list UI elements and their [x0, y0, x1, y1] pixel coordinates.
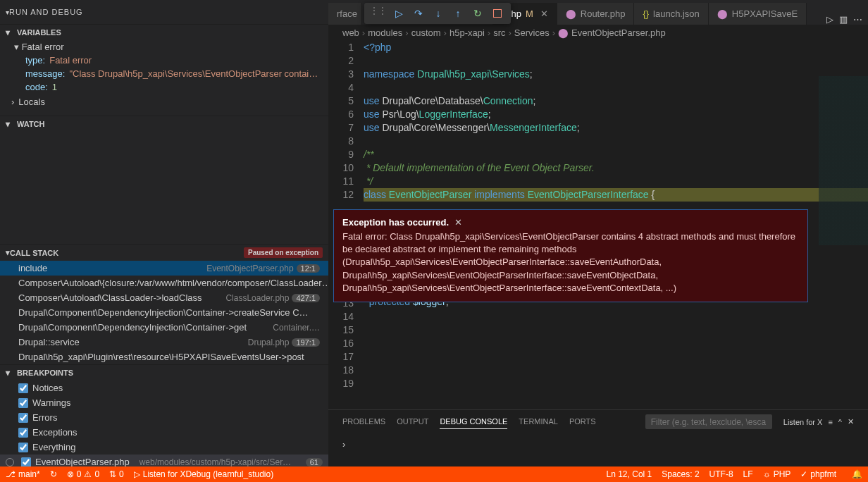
paused-badge: Paused on exception: [244, 247, 323, 258]
breakpoint-row[interactable]: Errors: [0, 410, 328, 425]
callstack-frame[interactable]: Composer\Autoload\{closure:/var/www/html…: [0, 276, 328, 290]
exception-title: Exception has occurred. ✕: [342, 217, 799, 228]
debug-session-label[interactable]: Listen for X: [783, 418, 823, 426]
breakpoint-row[interactable]: Notices: [0, 381, 328, 395]
variable-scope[interactable]: ›Locals: [0, 94, 328, 110]
breakpoint-checkbox[interactable]: [18, 443, 28, 452]
panel-tab-debug-console[interactable]: DEBUG CONSOLE: [440, 414, 507, 429]
more-icon[interactable]: ⋯: [853, 14, 862, 25]
callstack-frame[interactable]: Drupal\Component\DependencyInjection\Con…: [0, 305, 328, 320]
callstack-frame[interactable]: Drupal\h5p_xapi\Plugin\rest\resource\H5P…: [0, 350, 328, 364]
php-icon: ⬤: [566, 8, 576, 19]
editor-tab[interactable]: ⬤H5PXAPISaveE: [709, 3, 807, 25]
editor-tab[interactable]: rface: [328, 3, 362, 25]
watch-section[interactable]: ▾ WATCH: [0, 116, 328, 132]
exception-body: Fatal error: Class Drupal\h5p_xapi\Servi…: [342, 230, 799, 295]
chevron-down-icon: ▾: [6, 119, 14, 129]
panel-tab-terminal[interactable]: TERMINAL: [519, 414, 558, 429]
callstack-frame[interactable]: Drupal\Component\DependencyInjection\Con…: [0, 320, 328, 335]
exception-popup: Exception has occurred. ✕ Fatal error: C…: [333, 209, 808, 302]
split-icon[interactable]: ▥: [839, 14, 848, 25]
debug-status[interactable]: ▷ Listen for XDebug (learnful_studio): [134, 469, 273, 479]
bottom-panel: PROBLEMS OUTPUT DEBUG CONSOLE TERMINAL P…: [328, 409, 868, 469]
panel-tab-output[interactable]: OUTPUT: [397, 414, 428, 429]
errors-count[interactable]: ⊗ 0 ⚠ 0: [67, 469, 99, 479]
breadcrumb[interactable]: web› modules› custom› h5p-xapi› src› Ser…: [328, 25, 868, 41]
chevron-down-icon: ▾: [6, 27, 14, 37]
json-icon: {}: [643, 8, 649, 19]
formatter[interactable]: ✓ phpfmt: [800, 469, 836, 479]
breakpoint-row[interactable]: Warnings: [0, 395, 328, 410]
collapse-icon[interactable]: ^: [838, 418, 842, 426]
close-icon[interactable]: ✕: [454, 217, 462, 228]
step-over-button[interactable]: ↷: [411, 6, 426, 21]
breakpoint-checkbox[interactable]: [18, 413, 28, 423]
debug-sidebar: ▾ VARIABLES ▾ Fatal error type: Fatal er…: [0, 25, 328, 469]
variables-section[interactable]: ▾ VARIABLES: [0, 25, 328, 40]
variable-row[interactable]: type: Fatal error: [25, 54, 328, 67]
modified-indicator: M: [526, 8, 533, 19]
chevron-down-icon: ▾: [6, 368, 14, 378]
breakpoints-section[interactable]: ▾ BREAKPOINTS: [0, 365, 328, 381]
filter-input[interactable]: [645, 414, 772, 429]
variable-row[interactable]: code: 1: [25, 80, 328, 94]
language-mode[interactable]: ☼ PHP: [763, 469, 791, 479]
callstack-frame[interactable]: Composer\Autoload\ClassLoader->loadClass…: [0, 290, 328, 305]
port-forward[interactable]: ⇅ 0: [109, 469, 124, 479]
callstack-frame[interactable]: includeEventObjectParser.php12:1: [0, 261, 328, 276]
debug-console-chevron[interactable]: ›: [328, 433, 868, 455]
variable-scope[interactable]: ▾ Fatal error: [14, 40, 328, 54]
debug-toolbar[interactable]: ⋮⋮ ▷ ↷ ↓ ↑ ↻: [364, 3, 511, 24]
breakpoint-circle-icon: [6, 458, 14, 466]
panel-tab-ports[interactable]: PORTS: [569, 414, 596, 429]
bell-icon[interactable]: 🔔: [852, 469, 862, 479]
breakpoint-checkbox[interactable]: [21, 457, 31, 467]
callstack-section[interactable]: ▾ CALL STACK Paused on exception: [0, 245, 328, 261]
editor-tab[interactable]: {}launch.json: [634, 3, 708, 25]
minimap[interactable]: [819, 76, 868, 245]
play-icon[interactable]: ▷: [826, 14, 833, 25]
encoding[interactable]: UTF-8: [709, 469, 733, 479]
step-into-button[interactable]: ↓: [430, 6, 446, 21]
statusbar: ⎇ main* ↻ ⊗ 0 ⚠ 0 ⇅ 0 ▷ Listen for XDebu…: [0, 466, 868, 482]
editor-tab[interactable]: ⬤Router.php: [557, 3, 635, 25]
continue-button[interactable]: ▷: [391, 6, 407, 21]
step-out-button[interactable]: ↑: [450, 6, 466, 21]
callstack-frame[interactable]: Drupal::serviceDrupal.php197:1: [0, 335, 328, 350]
breakpoint-checkbox[interactable]: [18, 398, 28, 408]
panel-tab-problems[interactable]: PROBLEMS: [342, 414, 385, 429]
cursor-position[interactable]: Ln 12, Col 1: [607, 469, 652, 479]
breakpoint-checkbox[interactable]: [18, 383, 28, 393]
clear-icon[interactable]: ≡: [828, 418, 832, 426]
tab-actions: ▷ ▥ ⋯: [821, 14, 868, 25]
breakpoint-row[interactable]: Exceptions: [0, 425, 328, 440]
drag-handle-icon[interactable]: ⋮⋮: [370, 6, 387, 21]
breakpoint-row[interactable]: Everything: [0, 440, 328, 455]
git-branch[interactable]: ⎇ main*: [6, 469, 40, 479]
restart-button[interactable]: ↻: [470, 6, 485, 21]
eol[interactable]: LF: [743, 469, 753, 479]
variable-row[interactable]: message: "Class Drupal\h5p_xapi\Services…: [25, 67, 328, 80]
close-icon[interactable]: ✕: [540, 8, 548, 19]
close-icon[interactable]: ✕: [848, 417, 854, 426]
php-icon: ⬤: [717, 8, 728, 19]
indentation[interactable]: Spaces: 2: [662, 469, 699, 479]
run-debug-title: RUN AND DEBUG: [9, 8, 83, 16]
sync-button[interactable]: ↻: [50, 469, 57, 479]
stop-button[interactable]: [493, 9, 502, 18]
breakpoint-checkbox[interactable]: [18, 428, 28, 438]
